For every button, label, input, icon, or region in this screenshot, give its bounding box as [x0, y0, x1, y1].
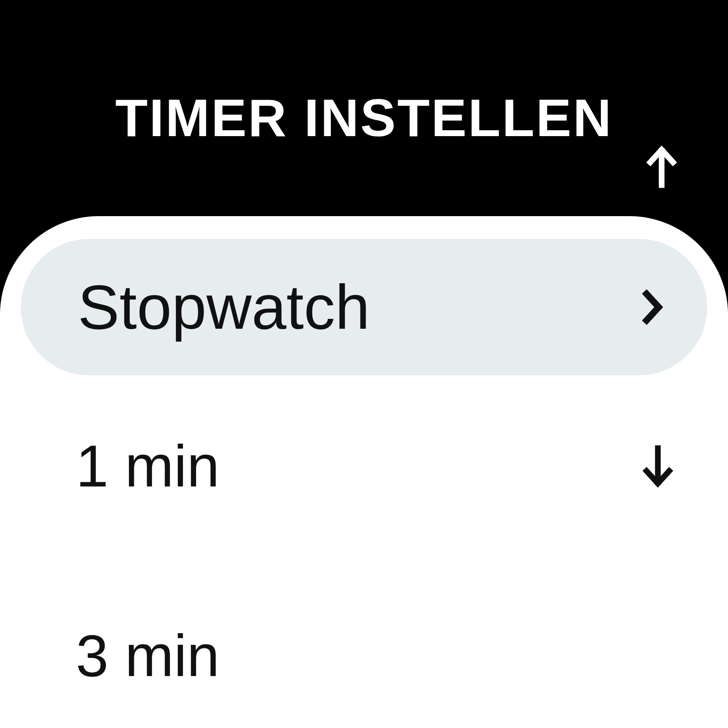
- arrow-down-icon[interactable]: [641, 444, 675, 489]
- arrow-up-icon[interactable]: [645, 144, 679, 190]
- option-stopwatch-label: Stopwatch: [78, 271, 370, 343]
- header: TIMER INSTELLEN: [0, 0, 728, 216]
- watch-screen: TIMER INSTELLEN Stopwatch 1 min: [0, 0, 728, 728]
- option-1min[interactable]: 1 min: [76, 428, 675, 504]
- option-3min[interactable]: 3 min: [76, 618, 675, 694]
- chevron-right-icon: [639, 286, 665, 328]
- option-1min-label: 1 min: [76, 433, 220, 500]
- content-panel: Stopwatch 1 min 3 min: [0, 216, 728, 728]
- option-3min-label: 3 min: [76, 622, 220, 690]
- page-title: TIMER INSTELLEN: [0, 87, 728, 149]
- option-stopwatch[interactable]: Stopwatch: [21, 239, 707, 375]
